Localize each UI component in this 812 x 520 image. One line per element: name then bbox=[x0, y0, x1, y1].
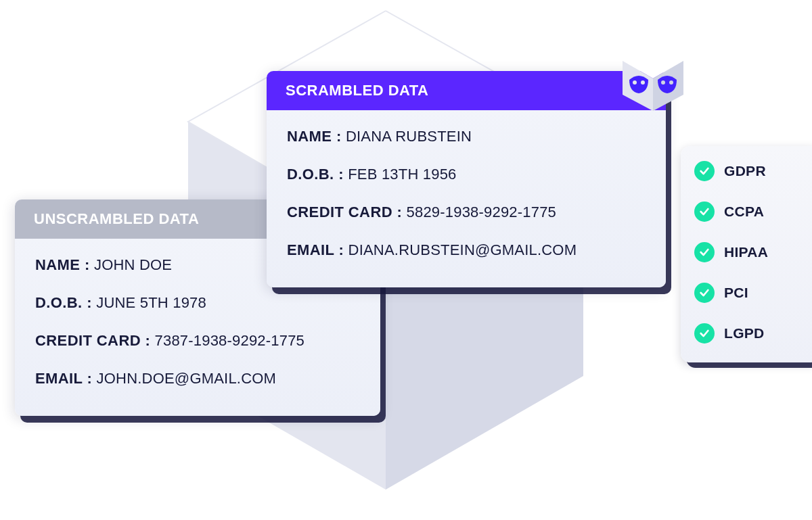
scrambled-name-row: NAME : DIANA RUBSTEIN bbox=[287, 128, 646, 145]
svg-point-8 bbox=[641, 80, 645, 85]
check-icon bbox=[694, 283, 715, 303]
compliance-item-gdpr: GDPR bbox=[694, 161, 805, 181]
field-label: CREDIT CARD : bbox=[287, 204, 402, 220]
check-icon bbox=[694, 242, 715, 262]
svg-point-10 bbox=[669, 80, 673, 85]
field-label: EMAIL : bbox=[35, 370, 92, 387]
field-label: NAME : bbox=[35, 256, 90, 273]
unscrambled-dob-row: D.O.B. : JUNE 5TH 1978 bbox=[35, 294, 360, 312]
field-label: CREDIT CARD : bbox=[35, 332, 150, 349]
field-value: JOHN DOE bbox=[90, 256, 173, 273]
compliance-card: GDPR CCPA HIPAA PCI LGPD bbox=[681, 146, 812, 362]
scrambled-title: SCRAMBLED DATA bbox=[286, 82, 429, 99]
svg-point-7 bbox=[633, 80, 637, 85]
scrambled-card-header: SCRAMBLED DATA bbox=[267, 71, 666, 110]
compliance-label: GDPR bbox=[724, 163, 766, 179]
field-value: FEB 13TH 1956 bbox=[344, 166, 457, 183]
unscrambled-email-row: EMAIL : JOHN.DOE@GMAIL.COM bbox=[35, 370, 360, 387]
field-value: JUNE 5TH 1978 bbox=[92, 294, 206, 311]
check-icon bbox=[694, 323, 715, 344]
mask-cube-icon bbox=[616, 41, 690, 115]
scrambled-cc-row: CREDIT CARD : 5829-1938-9292-1775 bbox=[287, 204, 646, 221]
compliance-item-ccpa: CCPA bbox=[694, 202, 805, 222]
svg-point-9 bbox=[661, 80, 665, 85]
scrambled-dob-row: D.O.B. : FEB 13TH 1956 bbox=[287, 166, 646, 183]
compliance-item-lgpd: LGPD bbox=[694, 323, 805, 344]
check-icon bbox=[694, 202, 715, 222]
unscrambled-title: UNSCRAMBLED DATA bbox=[34, 210, 199, 228]
diagram-stage: UNSCRAMBLED DATA NAME : JOHN DOE D.O.B. … bbox=[0, 0, 812, 520]
unscrambled-cc-row: CREDIT CARD : 7387-1938-9292-1775 bbox=[35, 332, 360, 350]
compliance-label: CCPA bbox=[724, 204, 764, 220]
field-value: DIANA.RUBSTEIN@GMAIL.COM bbox=[344, 241, 577, 258]
field-value: DIANA RUBSTEIN bbox=[342, 128, 472, 145]
check-icon bbox=[694, 161, 715, 181]
field-label: EMAIL : bbox=[287, 241, 344, 258]
field-value: 7387-1938-9292-1775 bbox=[150, 332, 304, 349]
compliance-label: HIPAA bbox=[724, 244, 768, 260]
field-value: 5829-1938-9292-1775 bbox=[402, 204, 556, 220]
scrambled-email-row: EMAIL : DIANA.RUBSTEIN@GMAIL.COM bbox=[287, 241, 646, 259]
compliance-label: LGPD bbox=[724, 325, 765, 341]
field-label: D.O.B. : bbox=[35, 294, 92, 311]
scrambled-card-body: NAME : DIANA RUBSTEIN D.O.B. : FEB 13TH … bbox=[267, 110, 666, 287]
field-label: D.O.B. : bbox=[287, 166, 344, 183]
compliance-item-hipaa: HIPAA bbox=[694, 242, 805, 262]
field-value: JOHN.DOE@GMAIL.COM bbox=[92, 370, 276, 387]
compliance-item-pci: PCI bbox=[694, 283, 805, 303]
scrambled-data-card: SCRAMBLED DATA NAME : DIANA RUBSTEIN D.O… bbox=[267, 71, 666, 287]
compliance-label: PCI bbox=[724, 285, 748, 301]
field-label: NAME : bbox=[287, 128, 342, 145]
